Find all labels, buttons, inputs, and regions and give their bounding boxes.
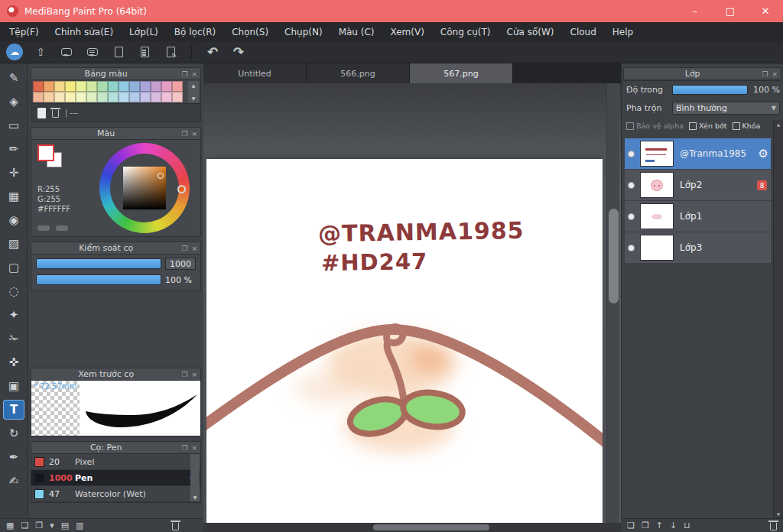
menu-edit[interactable]: Chỉnh sửa(E): [55, 27, 114, 37]
document-edit-icon[interactable]: [162, 44, 179, 60]
palette-swatch[interactable]: [44, 92, 54, 102]
palette-swatch[interactable]: [151, 81, 161, 92]
eraser-tool[interactable]: ◈: [3, 92, 24, 112]
gradient-tool[interactable]: ▨: [3, 234, 24, 254]
rotate-tool[interactable]: ↻: [3, 423, 24, 443]
dot-pen-tool[interactable]: ✏: [3, 139, 24, 159]
palette-swatch[interactable]: [54, 92, 65, 102]
layer-visibility-toggle[interactable]: [628, 245, 635, 251]
tab-567[interactable]: 567.png: [410, 63, 513, 83]
popout-icon[interactable]: ❐: [181, 130, 187, 138]
palette-swatch[interactable]: [86, 92, 97, 102]
foreground-color-swatch[interactable]: [37, 144, 54, 161]
menu-file[interactable]: Tệp(F): [9, 27, 39, 37]
palette-swatch[interactable]: [129, 81, 140, 92]
palette-swatch[interactable]: [161, 81, 172, 92]
palette-swatch[interactable]: [33, 81, 44, 92]
palette-swatch[interactable]: [97, 81, 108, 92]
close-panel-icon[interactable]: ×: [191, 130, 197, 138]
layer-visibility-toggle[interactable]: [628, 213, 635, 220]
palette-swatch[interactable]: [44, 81, 54, 92]
brush-item-watercolor[interactable]: 47 Watercolor (Wet): [31, 486, 200, 502]
palette-swatch[interactable]: [86, 81, 97, 92]
menu-view[interactable]: Xem(V): [391, 27, 424, 37]
hue-marker[interactable]: [177, 185, 186, 193]
color-mode-buttons[interactable]: [37, 222, 74, 233]
close-button[interactable]: ✕: [748, 0, 783, 22]
brush-opacity-slider[interactable]: [36, 274, 161, 285]
palette-swatch[interactable]: [161, 92, 172, 102]
palette-swatch[interactable]: [151, 92, 161, 102]
palette-swatch[interactable]: [97, 92, 108, 102]
brush-list-scrollbar[interactable]: ▼: [190, 454, 200, 501]
pen-tool[interactable]: ✒: [3, 447, 24, 467]
document-list-icon[interactable]: [136, 44, 153, 60]
text-tool[interactable]: T: [3, 400, 24, 420]
delete-layer-icon[interactable]: [770, 523, 777, 530]
palette-swatch[interactable]: [119, 81, 129, 92]
palette-swatch[interactable]: [65, 92, 76, 102]
new-canvas-icon[interactable]: ❏: [21, 521, 28, 530]
layer-visibility-toggle[interactable]: [628, 151, 635, 157]
popout-icon[interactable]: ❐: [762, 70, 768, 78]
tab-untitled[interactable]: Untitled: [203, 63, 307, 83]
folder-icon[interactable]: ▤: [61, 521, 69, 530]
select-pen-tool[interactable]: ✁: [3, 329, 24, 349]
maximize-button[interactable]: □: [713, 0, 748, 22]
close-panel-icon[interactable]: ×: [191, 444, 197, 452]
palette-swatch[interactable]: [140, 81, 151, 92]
cloud-sync-icon[interactable]: ☁: [6, 44, 23, 60]
popout-icon[interactable]: ❐: [181, 371, 187, 378]
select-lasso-tool[interactable]: ◌: [3, 281, 24, 301]
layer-list-scrollbar[interactable]: ▲▼: [773, 120, 783, 518]
menu-color[interactable]: Màu (C): [339, 27, 375, 37]
close-panel-icon[interactable]: ×: [191, 371, 197, 378]
canvas[interactable]: @TRANMA1985 #HD247: [206, 159, 603, 523]
stamp-tool[interactable]: ▣: [3, 376, 24, 396]
layer-opacity-slider[interactable]: [672, 85, 748, 95]
chat-icon[interactable]: [84, 44, 101, 60]
delete-color-icon[interactable]: [52, 110, 59, 118]
fill-rect-tool[interactable]: ▦: [3, 187, 24, 206]
palette-swatch[interactable]: [108, 81, 119, 92]
popout-icon[interactable]: ❐: [181, 70, 187, 78]
brush-item-pen[interactable]: 1000 Pen ⚙: [31, 470, 200, 486]
clipping-checkbox[interactable]: Xén bớt: [689, 122, 727, 130]
upload-icon[interactable]: ⇧: [32, 44, 49, 60]
layer-row-lop3[interactable]: Lớp3: [625, 232, 771, 263]
move-tool[interactable]: ✛: [3, 163, 24, 183]
close-panel-icon[interactable]: ×: [772, 70, 778, 78]
save-icon[interactable]: ▥: [76, 521, 83, 530]
sv-marker[interactable]: [158, 173, 164, 179]
menu-filter[interactable]: Bộ lọc(R): [174, 27, 216, 37]
brush-tool[interactable]: ✎: [3, 68, 24, 88]
layer-down-icon[interactable]: ↓: [670, 521, 677, 530]
canvas-vertical-scrollbar[interactable]: [606, 83, 619, 523]
script-brush-tool[interactable]: ✍: [3, 471, 24, 491]
select-rect-tool[interactable]: ▢: [3, 258, 24, 277]
dropdown-icon[interactable]: ▾: [50, 521, 54, 530]
trash-icon[interactable]: [172, 523, 179, 530]
undo-icon[interactable]: ↶: [204, 44, 221, 60]
vertical-scroll-thumb[interactable]: [609, 209, 619, 303]
shape-brush-tool[interactable]: ▭: [3, 115, 24, 135]
menu-window[interactable]: Cửa sổ(W): [507, 27, 554, 37]
layer-up-icon[interactable]: ↑: [656, 521, 663, 530]
palette-swatch[interactable]: [129, 92, 140, 102]
new-document-icon[interactable]: [110, 44, 127, 60]
palette-swatch[interactable]: [54, 81, 65, 92]
palette-swatch[interactable]: [65, 81, 76, 92]
merge-layer-icon[interactable]: ⊔: [684, 521, 690, 530]
magic-wand-tool[interactable]: ✦: [3, 305, 24, 325]
palette-swatch[interactable]: [119, 92, 129, 102]
layer-visibility-toggle[interactable]: [628, 182, 635, 189]
blend-mode-dropdown[interactable]: Bình thường ▼: [672, 102, 780, 115]
protect-alpha-checkbox[interactable]: Bảo vệ alpha: [626, 122, 684, 130]
menu-select[interactable]: Chọn(S): [232, 27, 268, 37]
redo-icon[interactable]: ↷: [230, 44, 247, 60]
bucket-tool[interactable]: ◉: [3, 210, 24, 230]
tab-566[interactable]: 566.png: [307, 63, 410, 83]
select-eraser-tool[interactable]: ✜: [3, 352, 24, 372]
canvas-viewport[interactable]: @TRANMA1985 #HD247: [203, 83, 621, 523]
brush-item-pixel[interactable]: 20 Pixel: [31, 454, 200, 470]
